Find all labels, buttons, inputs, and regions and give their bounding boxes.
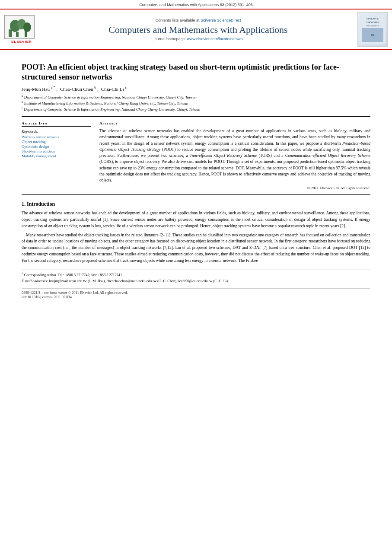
elsevier-wordmark: ELSEVIER	[4, 40, 39, 44]
svg-rect-5	[25, 31, 27, 37]
svg-text:mathematics: mathematics	[367, 21, 379, 23]
homepage-line: journal homepage: www.elsevier.com/locat…	[43, 37, 353, 41]
sciverse-link[interactable]: SciVerse ScienceDirect	[201, 18, 241, 22]
affiliation-a: a Department of Computer Science & Infor…	[22, 94, 370, 100]
article-info-column: Article Info Keywords: Wireless sensor n…	[22, 121, 91, 190]
journal-title-block: Contents lists available at SciVerse Sci…	[43, 18, 353, 41]
svg-rect-0	[9, 29, 12, 37]
journal-thumbnail: computers & mathematics with application…	[357, 12, 388, 47]
footer-doi: doi:10.1016/j.camwa.2011.07.034	[22, 295, 370, 299]
authors-line: Jenq-Muh Hsu a,*, Chao-Chun Chen b, Chia…	[22, 86, 370, 92]
footnote-star: * Corresponding author. Tel.: +886 5 271…	[22, 272, 370, 278]
footnote-email: E-mail addresses: hsujm@mail.ncyu.edu.tw…	[22, 279, 370, 284]
footer-issn: 0898-1221/$ – see front matter © 2011 El…	[22, 290, 370, 295]
footnotes: * Corresponding author. Tel.: +886 5 271…	[22, 270, 370, 284]
elsevier-logo: ELSEVIER	[4, 15, 39, 44]
divider-2	[22, 194, 370, 195]
divider-1	[22, 116, 370, 117]
abstract-label: Abstract	[99, 121, 370, 125]
citation-text: Computers and Mathematics with Applicati…	[139, 3, 253, 7]
svg-text:63: 63	[371, 34, 374, 36]
main-content: POOT: An efficient object tracking strat…	[0, 50, 392, 303]
elsevier-logo-image	[4, 15, 35, 39]
svg-point-3	[23, 22, 31, 32]
svg-rect-4	[16, 32, 19, 37]
introduction-title: 1. Introduction	[22, 201, 370, 207]
abstract-column: Abstract The advance of wireless sensor …	[99, 121, 370, 190]
article-info-label: Article Info	[22, 121, 91, 127]
author-2: Chao-Chun Chen b	[60, 86, 96, 92]
sciverse-line: Contents lists available at SciVerse Sci…	[43, 18, 353, 22]
journal-citation: Computers and Mathematics with Applicati…	[0, 0, 392, 9]
author-3: Chia-Chi Li c	[101, 86, 127, 92]
info-abstract-columns: Article Info Keywords: Wireless sensor n…	[22, 121, 370, 190]
keyword-2: Object tracking	[22, 140, 91, 144]
svg-text:with applications: with applications	[366, 25, 379, 27]
abstract-text: The advance of wireless sensor networks …	[99, 128, 370, 183]
svg-text:computers &: computers &	[367, 17, 379, 20]
keyword-3: Optimistic design	[22, 144, 91, 149]
keyword-4: Short-term prediction	[22, 149, 91, 153]
affiliations: a Department of Computer Science & Infor…	[22, 94, 370, 112]
keyword-1: Wireless sensor network	[22, 135, 91, 139]
journal-name: Computers and Mathematics with Applicati…	[43, 24, 353, 35]
journal-header: ELSEVIER Contents lists available at Sci…	[0, 9, 392, 50]
introduction-paragraph-2: Many researchers have studied the object…	[22, 232, 370, 264]
article-title: POOT: An efficient object tracking strat…	[22, 62, 370, 83]
keyword-5: Mobility management	[22, 154, 91, 158]
introduction-paragraph-1: The advance of wireless sensor networks …	[22, 210, 370, 229]
footer-bar: 0898-1221/$ – see front matter © 2011 El…	[22, 288, 370, 299]
affiliation-c: c Department of Computer Science & Infor…	[22, 106, 370, 112]
keywords-label: Keywords:	[22, 129, 91, 134]
copyright: © 2011 Elsevier Ltd. All rights reserved…	[99, 186, 370, 190]
affiliation-b: b Institute of Manufacturing Information…	[22, 100, 370, 106]
homepage-link[interactable]: www.elsevier.com/locate/camwa	[187, 37, 243, 41]
author-1: Jenq-Muh Hsu a,*	[22, 86, 55, 92]
